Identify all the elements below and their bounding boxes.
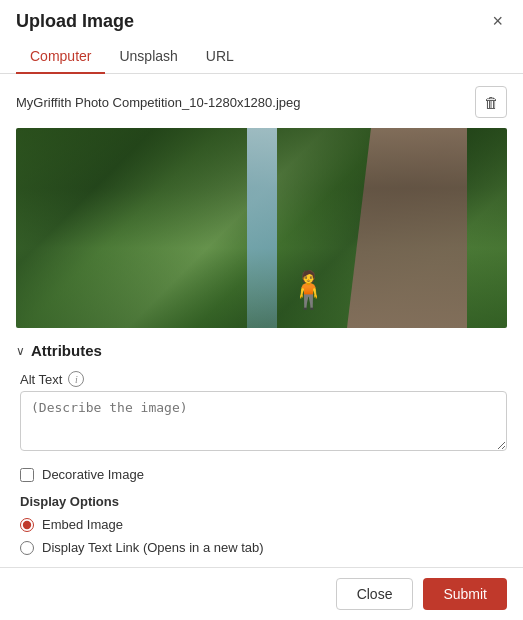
text-link-radio[interactable] <box>20 541 34 555</box>
alt-text-input[interactable] <box>20 391 507 451</box>
person-silhouette: 🧍 <box>286 272 331 308</box>
upload-image-modal: Upload Image × Computer Unsplash URL MyG… <box>0 0 523 620</box>
file-name: MyGriffith Photo Competition_10-1280x128… <box>16 95 301 110</box>
decorative-image-label[interactable]: Decorative Image <box>42 467 144 482</box>
display-options-label: Display Options <box>16 494 507 509</box>
attributes-section: ∨ Attributes Alt Text i Decorative Image… <box>16 342 507 567</box>
tab-bar: Computer Unsplash URL <box>0 40 523 74</box>
cliff-element <box>347 128 467 328</box>
waterfall-element <box>247 128 277 328</box>
submit-button[interactable]: Submit <box>423 578 507 610</box>
image-preview: 🧍 <box>16 128 507 328</box>
alt-text-group: Alt Text i <box>16 371 507 455</box>
close-button[interactable]: Close <box>336 578 414 610</box>
trash-icon: 🗑 <box>484 94 499 111</box>
decorative-image-checkbox[interactable] <box>20 468 34 482</box>
attributes-heading: Attributes <box>31 342 102 359</box>
modal-footer: Close Submit <box>0 567 523 620</box>
file-row: MyGriffith Photo Competition_10-1280x128… <box>16 86 507 118</box>
modal-close-button[interactable]: × <box>488 10 507 32</box>
embed-image-radio-row: Embed Image <box>16 517 507 532</box>
embed-image-radio[interactable] <box>20 518 34 532</box>
delete-file-button[interactable]: 🗑 <box>475 86 507 118</box>
alt-text-info-icon[interactable]: i <box>68 371 84 387</box>
text-link-label[interactable]: Display Text Link (Opens in a new tab) <box>42 540 264 555</box>
text-link-radio-row: Display Text Link (Opens in a new tab) <box>16 540 507 555</box>
alt-text-label: Alt Text i <box>20 371 507 387</box>
modal-body: MyGriffith Photo Competition_10-1280x128… <box>0 74 523 567</box>
tab-unsplash[interactable]: Unsplash <box>105 40 191 74</box>
attributes-toggle[interactable]: ∨ Attributes <box>16 342 507 359</box>
tab-computer[interactable]: Computer <box>16 40 105 74</box>
modal-title: Upload Image <box>16 11 134 32</box>
modal-header: Upload Image × <box>0 0 523 40</box>
decorative-checkbox-row: Decorative Image <box>16 467 507 482</box>
embed-image-label[interactable]: Embed Image <box>42 517 123 532</box>
tab-url[interactable]: URL <box>192 40 248 74</box>
chevron-down-icon: ∨ <box>16 344 25 358</box>
